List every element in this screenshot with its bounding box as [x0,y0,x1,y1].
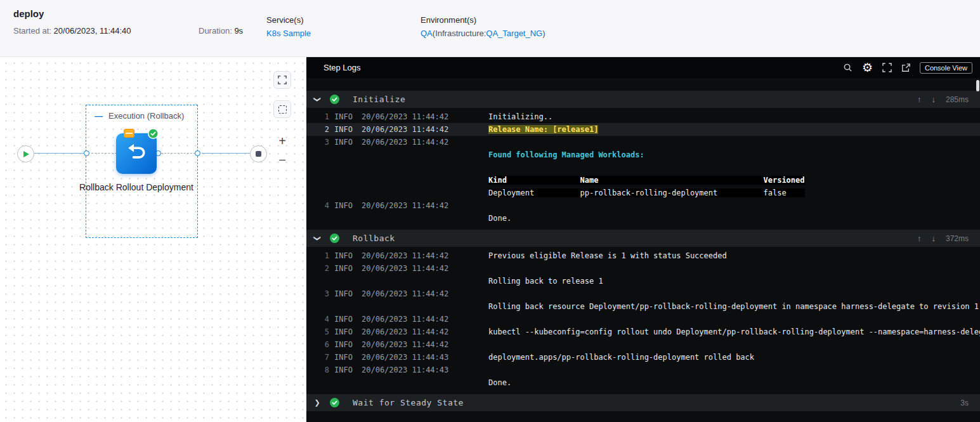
log-row: Found following Managed Workloads: [306,148,980,161]
log-line-number: 3 [306,287,329,300]
section-header-right: ↑↓285ms [917,95,980,104]
step-logs-panel: Step Logs ⚙ Console View ❯Initialize↑↓28… [306,57,980,422]
section-duration: 285ms [946,95,969,104]
service-link[interactable]: K8s Sample [266,29,311,38]
log-level: INFO [334,313,356,326]
section-log-body: 1INFO20/06/2023 11:44:42Initializing..2I… [306,108,980,227]
log-level: INFO [334,136,356,148]
log-row: 6INFO20/06/2023 11:44:42 [306,338,980,351]
environment-link[interactable]: QA [421,29,433,38]
pipeline-start-node[interactable] [17,145,34,162]
log-message: Previous eligible Release is 1 with stat… [488,249,727,262]
log-timestamp [362,275,450,287]
log-line-number [306,376,329,389]
scroll-to-top-icon[interactable]: ↑ [917,95,922,104]
log-timestamp: 20/06/2023 11:44:42 [362,338,450,351]
rollback-step-node[interactable] [116,133,157,174]
scroll-to-top-icon[interactable]: ↑ [917,234,922,243]
log-timestamp: 20/06/2023 11:44:42 [362,287,450,300]
log-level: INFO [334,199,356,212]
log-line-number: 3 [306,136,329,148]
execution-group-label[interactable]: — Execution (Rollback) [91,110,188,121]
log-line-number: 4 [306,199,329,212]
log-line-number: 6 [306,338,329,351]
log-section-header[interactable]: ❯Wait for Steady State3s [306,394,980,411]
scroll-to-bottom-icon[interactable]: ↓ [931,234,936,243]
environments-block: Environment(s) QA(Infrastructure:QA_Targ… [421,15,546,38]
fullscreen-icon[interactable] [882,63,892,72]
collapse-group-icon[interactable]: — [95,113,103,119]
log-timestamp [362,174,450,187]
pipeline-canvas[interactable]: — Execution (Rollback) Rollback Rollout … [0,57,306,422]
open-in-new-icon[interactable] [901,63,910,72]
log-line-number [306,212,329,225]
scroll-to-bottom-icon[interactable]: ↓ [931,95,936,104]
log-level: INFO [334,338,356,351]
marquee-select-button[interactable] [273,100,291,118]
log-row: 3INFO20/06/2023 11:44:42 [306,136,980,148]
chevron-icon[interactable]: ❯ [313,399,322,407]
log-level [334,148,356,161]
log-timestamp: 20/06/2023 11:44:42 [362,123,450,136]
edge-start-to-group [34,153,84,154]
log-line-number: 7 [306,351,329,364]
infrastructure-link[interactable]: QA_Target_NG [486,29,542,38]
chevron-icon[interactable]: ❯ [313,234,322,243]
log-row: 1INFO20/06/2023 11:44:42Initializing.. [306,110,980,123]
log-timestamp: 20/06/2023 11:44:42 [362,136,450,148]
log-line-number [306,187,329,199]
success-check-icon [330,95,339,104]
log-sections: ❯Initialize↑↓285ms1INFO20/06/2023 11:44:… [306,91,980,411]
log-row: Done. [306,376,980,389]
log-row: 4INFO20/06/2023 11:44:42 [306,199,980,212]
log-line-number [306,148,329,161]
environments-label: Environment(s) [421,15,546,25]
log-level [334,187,356,199]
log-timestamp: 20/06/2023 11:44:42 [362,262,450,275]
log-timestamp: 20/06/2023 11:44:43 [362,351,450,364]
step-type-badge-icon [124,129,134,138]
log-message: Found following Managed Workloads: [488,148,644,161]
log-level: INFO [334,364,356,376]
log-level: INFO [334,110,356,123]
section-name: Wait for Steady State [353,398,464,407]
log-row: 4INFO20/06/2023 11:44:42 [306,313,980,326]
zoom-out-button[interactable]: − [273,151,291,169]
log-row: Done. [306,212,980,225]
fit-to-screen-button[interactable] [273,71,291,89]
log-line-number: 1 [306,249,329,262]
log-row: 3INFO20/06/2023 11:44:42 [306,287,980,300]
started-value: 20/06/2023, 11:44:40 [54,26,131,36]
stop-icon [256,151,261,157]
selection-icon [278,105,287,114]
log-line-number: 2 [306,123,329,136]
section-duration: 372ms [946,234,969,243]
pipeline-end-node[interactable] [250,145,267,162]
log-line-number [306,161,329,174]
log-line-number: 8 [306,364,329,376]
log-level [334,300,356,313]
log-row: 1INFO20/06/2023 11:44:42Previous eligibl… [306,249,980,262]
started-at: Started at: 20/06/2023, 11:44:40 [13,26,131,36]
log-row: 2INFO20/06/2023 11:44:42 [306,262,980,275]
log-message: Initializing.. [488,110,552,123]
log-level: INFO [334,123,356,136]
log-level: INFO [334,287,356,300]
log-timestamp: 20/06/2023 11:44:42 [362,326,450,338]
log-message: Release Name: [release1] [488,123,598,136]
settings-gear-icon[interactable]: ⚙ [862,62,873,74]
zoom-in-button[interactable]: + [273,132,291,150]
rollback-icon [125,141,148,166]
log-message: kubectl --kubeconfig=config rollout undo… [488,326,980,338]
console-view-button[interactable]: Console View [920,62,972,74]
log-section-header[interactable]: ❯Initialize↑↓285ms [306,91,980,108]
log-section-header[interactable]: ❯Rollback↑↓372ms [306,230,980,247]
log-row: 2INFO20/06/2023 11:44:42Release Name: [r… [306,123,980,136]
chevron-icon[interactable]: ❯ [313,95,322,104]
log-message: deployment.apps/pp-rollback-rolling-depl… [488,351,754,364]
console-scrollbar-thumb[interactable] [976,80,979,91]
log-line-number: 2 [306,262,329,275]
log-row: 5INFO20/06/2023 11:44:42kubectl --kubeco… [306,326,980,338]
search-icon[interactable] [843,63,853,72]
step-node-label[interactable]: Rollback Rollout Deployment [79,181,193,194]
